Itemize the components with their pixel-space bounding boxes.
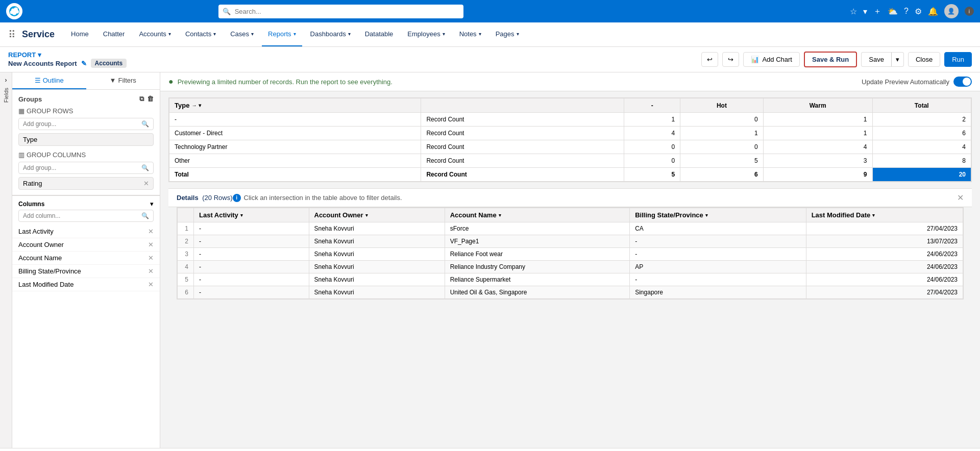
outline-tab[interactable]: ☰ Outline xyxy=(12,72,86,89)
last-modified-filter-icon[interactable]: ▾ xyxy=(872,213,875,218)
details-table: Last Activity ▾ Account Owner ▾ xyxy=(177,208,963,299)
rating-group-chip: Rating ✕ xyxy=(18,177,154,190)
filters-tab[interactable]: ▼ Filters xyxy=(86,72,160,89)
list-item[interactable]: 6 - Sneha Kovvuri United Oil & Gas, Sing… xyxy=(178,286,963,299)
add-column-input-wrap[interactable]: 🔍 xyxy=(18,210,154,222)
details-col-billing-state[interactable]: Billing State/Province ▾ xyxy=(630,208,806,222)
col-billing-state: Billing State/Province ✕ xyxy=(12,265,160,278)
auto-preview-toggle[interactable] xyxy=(953,77,972,87)
type-dropdown-icon[interactable]: ▾ xyxy=(199,103,201,108)
filter-icon: ▼ xyxy=(110,77,116,84)
billing-state-filter-icon[interactable]: ▾ xyxy=(705,213,708,218)
details-col-account-owner[interactable]: Account Owner ▾ xyxy=(309,208,445,222)
nav-item-contacts[interactable]: Contacts▾ xyxy=(179,22,222,46)
sidebar-tabs: ☰ Outline ▼ Filters xyxy=(12,72,160,90)
fields-tab[interactable]: › Fields xyxy=(0,72,12,448)
list-item[interactable]: 4 - Sneha Kovvuri Reliance Industry Comp… xyxy=(178,261,963,273)
report-label[interactable]: REPORT ▾ xyxy=(8,51,127,59)
details-table-scroll[interactable]: Last Activity ▾ Account Owner ▾ xyxy=(177,208,963,299)
columns-header: Columns ▾ xyxy=(12,195,160,210)
gear-icon[interactable]: ⚙ xyxy=(915,7,922,16)
employees-chevron-icon: ▾ xyxy=(443,31,445,37)
info-icon[interactable]: i xyxy=(965,7,974,16)
table-row[interactable]: Other Record Count 0 5 3 8 xyxy=(169,154,971,168)
matrix-metric-header xyxy=(421,98,624,113)
nav-item-notes[interactable]: Notes▾ xyxy=(453,22,487,46)
list-item[interactable]: 2 - Sneha Kovvuri VF_Page1 - 13/07/2023 xyxy=(178,235,963,248)
matrix-type-header[interactable]: Type → ▾ xyxy=(169,98,421,113)
help-icon[interactable]: ? xyxy=(904,7,909,16)
account-owner-filter-icon[interactable]: ▾ xyxy=(365,213,368,218)
save-button-group: Save ▾ xyxy=(861,52,904,67)
avatar[interactable]: 👤 xyxy=(944,4,959,18)
search-bar[interactable]: 🔍 xyxy=(218,5,463,18)
remove-rating-icon[interactable]: ✕ xyxy=(143,180,149,187)
add-group-rows-input-wrap[interactable]: 🔍 xyxy=(18,118,154,130)
table-row-total[interactable]: Total Record Count 5 6 9 20 xyxy=(169,168,971,182)
redo-button[interactable]: ↪ xyxy=(722,52,739,67)
nav-item-dashboards[interactable]: Dashboards▾ xyxy=(304,22,357,46)
app-grid-icon[interactable]: ⠿ xyxy=(8,29,16,41)
add-chart-button[interactable]: 📊 Add Chart xyxy=(743,52,800,67)
save-dropdown-button[interactable]: ▾ xyxy=(891,52,904,67)
add-column-input[interactable] xyxy=(23,212,141,219)
preview-banner: ● Previewing a limited number of records… xyxy=(160,72,980,91)
nav-item-chatter[interactable]: Chatter xyxy=(97,22,131,46)
save-button[interactable]: Save xyxy=(861,52,891,67)
nav-item-accounts[interactable]: Accounts▾ xyxy=(133,22,177,46)
edit-icon[interactable]: ✎ xyxy=(81,60,87,67)
matrix-hot-header: Hot xyxy=(680,98,764,113)
list-item[interactable]: 3 - Sneha Kovvuri Reliance Foot wear - 2… xyxy=(178,248,963,261)
list-item[interactable]: 1 - Sneha Kovvuri sForce CA 27/04/2023 xyxy=(178,222,963,235)
search-cols-icon: 🔍 xyxy=(141,164,149,171)
details-title: Details (20 Rows) xyxy=(177,194,233,202)
columns-dropdown-icon[interactable]: ▾ xyxy=(150,200,154,208)
table-row[interactable]: Technology Partner Record Count 0 0 4 4 xyxy=(169,140,971,154)
run-button[interactable]: Run xyxy=(944,52,972,67)
save-and-run-button[interactable]: Save & Run xyxy=(804,52,857,67)
details-col-num xyxy=(178,208,194,222)
last-activity-filter-icon[interactable]: ▾ xyxy=(240,213,243,218)
nav-item-datatable[interactable]: Datatable xyxy=(359,22,400,46)
salesforce-logo[interactable] xyxy=(6,3,22,19)
col-account-name: Account Name ✕ xyxy=(12,252,160,265)
plus-icon[interactable]: ＋ xyxy=(873,6,881,17)
copy-icon[interactable]: ⧉ xyxy=(139,95,144,103)
remove-col-last-activity-icon[interactable]: ✕ xyxy=(148,228,154,235)
close-details-icon[interactable]: ✕ xyxy=(957,193,964,203)
undo-button[interactable]: ↩ xyxy=(701,52,718,67)
star-icon[interactable]: ☆ xyxy=(850,7,857,16)
details-col-last-activity[interactable]: Last Activity ▾ xyxy=(194,208,309,222)
table-row[interactable]: - Record Count 1 0 1 2 xyxy=(169,113,971,127)
toggle-knob xyxy=(963,78,971,86)
delete-icon[interactable]: 🗑 xyxy=(147,95,154,103)
nav-item-cases[interactable]: Cases▾ xyxy=(224,22,260,46)
details-col-last-modified[interactable]: Last Modified Date ▾ xyxy=(806,208,963,222)
account-name-filter-icon[interactable]: ▾ xyxy=(499,213,501,218)
nav-item-home[interactable]: Home xyxy=(65,22,95,46)
remove-col-account-name-icon[interactable]: ✕ xyxy=(148,254,154,262)
cloud-icon[interactable]: ⛅ xyxy=(888,7,898,16)
reports-chevron-icon: ▾ xyxy=(293,31,296,37)
nav-item-reports[interactable]: Reports▾ xyxy=(262,22,302,46)
remove-col-last-modified-icon[interactable]: ✕ xyxy=(148,281,154,288)
nav-item-employees[interactable]: Employees▾ xyxy=(401,22,451,46)
groups-title: Groups ⧉ 🗑 xyxy=(18,95,154,103)
top-bar-right: ☆ ▾ ＋ ⛅ ? ⚙ 🔔 👤 i xyxy=(850,4,974,18)
add-group-cols-input[interactable] xyxy=(23,164,141,171)
add-group-cols-input-wrap[interactable]: 🔍 xyxy=(18,162,154,174)
remove-col-account-owner-icon[interactable]: ✕ xyxy=(148,241,154,248)
close-button[interactable]: Close xyxy=(908,52,940,67)
bell-icon[interactable]: 🔔 xyxy=(928,7,938,16)
nav-item-pages[interactable]: Pages▾ xyxy=(489,22,525,46)
search-input[interactable] xyxy=(218,5,463,18)
details-col-account-name[interactable]: Account Name ▾ xyxy=(445,208,630,222)
matrix-table: Type → ▾ - Hot Warm Total - xyxy=(169,98,971,182)
add-group-rows-input[interactable] xyxy=(23,120,141,128)
pages-chevron-icon: ▾ xyxy=(517,31,519,37)
details-title-group: Details (20 Rows) xyxy=(177,194,233,202)
star-dropdown-icon[interactable]: ▾ xyxy=(863,7,867,16)
table-row[interactable]: Customer - Direct Record Count 4 1 1 6 xyxy=(169,127,971,140)
list-item[interactable]: 5 - Sneha Kovvuri Reliance Supermarket -… xyxy=(178,273,963,286)
remove-col-billing-state-icon[interactable]: ✕ xyxy=(148,267,154,275)
